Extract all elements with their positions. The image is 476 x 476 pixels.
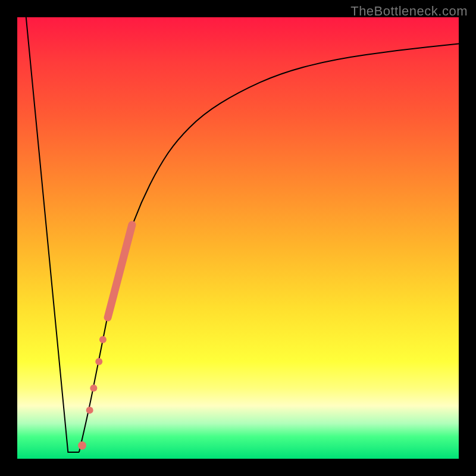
highlight-markers <box>78 225 132 450</box>
highlight-dot <box>78 441 86 450</box>
curve-rise <box>79 44 459 452</box>
highlight-dot <box>90 384 97 392</box>
highlight-dot <box>86 406 93 414</box>
curve-drop <box>26 17 79 452</box>
plot-area <box>17 17 459 459</box>
chart-svg <box>17 17 459 459</box>
highlight-thick-segment <box>108 225 132 318</box>
highlight-dot <box>95 358 102 365</box>
highlight-dot <box>99 336 107 343</box>
chart-frame: TheBottleneck.com <box>0 0 476 476</box>
watermark-text: TheBottleneck.com <box>350 4 468 19</box>
